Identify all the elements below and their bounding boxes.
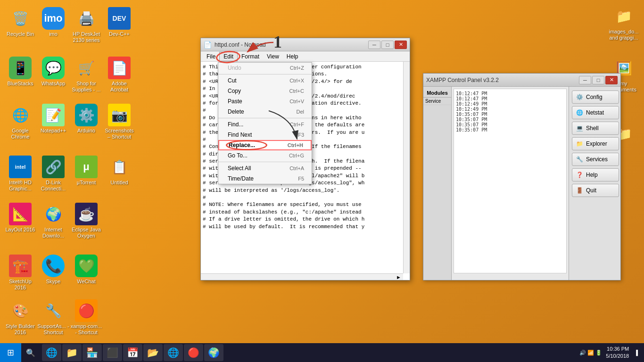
quit-icon: 🚪 [576,187,583,194]
desktop-icon-recycle[interactable]: 🗑️ Recycle Bin [4,7,37,37]
desktop-icon-notepadpp[interactable]: 📝 Notepad++ [37,104,70,134]
xampp-maximize[interactable]: □ [592,76,604,84]
maximize-button[interactable]: □ [381,41,394,49]
desktop-icon-shop[interactable]: 🛒 Shop for Supplies - ... [70,57,103,93]
annotation-arrow-1 [240,40,278,59]
desktop-icon-untitled[interactable]: 📋 Untitled [103,156,136,186]
log-line-7: 10:35:07 PM [456,122,564,127]
minimize-button[interactable]: ─ [368,41,380,49]
clock-date: 5/10/2018 [606,353,629,360]
taskbar-clock: 10:36 PM 5/10/2018 [606,346,629,360]
taskbar-chrome[interactable]: 🌐 [164,344,183,361]
window-controls: ─ □ ✕ [368,41,407,49]
desktop-icon-sketchup[interactable]: 🏗️ SketchUp 2016 [4,255,37,291]
clock-time: 10:36 PM [606,346,629,353]
desktop-icon-chrome[interactable]: 🌐 Google Chrome [4,104,37,140]
desktop-icon-imo[interactable]: imo imo [37,7,70,37]
separator-1 [218,74,312,74]
desktop-icon-utorrent[interactable]: μ µTorrent [70,156,103,186]
log-line-4: 10:12:49 PM [456,107,564,112]
log-line-2: 10:12:47 PM [456,96,564,101]
services-button[interactable]: 🔧 Services [572,153,619,166]
taskbar-tray: 🔊 📶 🔋 10:36 PM 5/10/2018 ▐ [575,346,644,360]
close-button[interactable]: ✕ [395,41,407,49]
desktop-icon-devcpp[interactable]: DEV Dev-C++ [103,7,136,37]
netstat-icon: 🌐 [576,109,583,116]
log-line-5: 10:35:07 PM [456,112,564,117]
services-icon: 🔧 [576,156,583,163]
taskbar-items: 🌐 📁 🏪 ⬛ 📅 📂 🌐 🔴 🌍 [40,344,575,361]
shell-icon: 💻 [576,125,583,132]
desktop-icon-acrobat[interactable]: 📄 Adobe Acrobat [103,57,136,93]
desktop-icon-internet[interactable]: 🌍 Internet Downlo... [37,203,70,239]
taskbar-cmd[interactable]: ⬛ [103,344,122,361]
log-line-6: 10:35:07 PM [456,117,564,122]
taskbar-xampp[interactable]: 🔴 [184,344,203,361]
menu-time-date[interactable]: Time/Date F5 [218,173,312,184]
tray-icons: 🔊 📶 🔋 [579,350,602,356]
menu-select-all[interactable]: Select All Ctrl+A [218,163,312,173]
help-icon: ❓ [576,172,583,178]
taskbar-task5[interactable]: 📅 [123,344,142,361]
taskbar-ie[interactable]: 🌐 [42,344,61,361]
desktop-icon-xampp[interactable]: 🔴 xampp-com... - Shortcut [70,299,103,336]
desktop-icon-supportas[interactable]: 🔧 SupportAs... - Shortcut [37,299,70,336]
notepad-titlebar[interactable]: 📄 httpd.conf - Notepad ─ □ ✕ [201,38,410,51]
desktop-icon-coded[interactable]: 📁 images_do... and grapgi... [607,5,640,41]
desktop-icon-arduino[interactable]: ⚙️ Arduino [70,104,103,134]
menu-help[interactable]: Help [283,52,302,61]
explorer-button[interactable]: 📁 Explorer [572,137,619,150]
notepad-icon: 📄 [204,41,212,49]
show-desktop-button[interactable]: ▐ [633,350,639,355]
xampp-close[interactable]: ✕ [605,76,618,84]
log-line-1: 10:12:47 PM [456,91,564,96]
start-button[interactable]: ⊞ [0,343,21,362]
menu-undo[interactable]: Undo Ctrl+Z [218,63,312,73]
desktop-icon-layout[interactable]: 📐 LayOut 2016 [4,203,37,233]
horizontal-scrollbar[interactable]: ► [201,273,403,280]
menu-paste[interactable]: Paste Ctrl+V [218,96,312,107]
desktop-icon-skype[interactable]: 📞 Skype [37,255,70,285]
netstat-button[interactable]: 🌐 Netstat [572,106,619,119]
desktop-icon-wechat[interactable]: 💚 WeChat [70,255,103,285]
curved-arrow-annotation [255,108,311,146]
taskbar-store[interactable]: 🏪 [83,344,102,361]
menu-cut[interactable]: Cut Ctrl+X [218,75,312,86]
xampp-minimize[interactable]: ─ [579,76,591,84]
menu-goto[interactable]: Go To... Ctrl+G [218,150,312,161]
vertical-scrollbar[interactable] [403,62,410,273]
modules-header: Modules [423,89,451,98]
taskbar-explorer[interactable]: 📁 [62,344,82,361]
coded-label: images_do... and grapgi... [607,29,640,41]
desktop-icon-stylebuilder[interactable]: 🎨 Style Builder 2016 [4,299,37,336]
log-line-3: 10:12:49 PM [456,101,564,107]
taskbar-folder[interactable]: 📂 [143,344,163,361]
quit-button[interactable]: 🚪 Quit [572,184,619,197]
log-line-8: 10:35:07 PM [456,127,564,132]
desktop-icon-screenshots[interactable]: 📷 Screenshots – Shortcut [103,104,136,140]
help-button[interactable]: ❓ Help [572,168,619,181]
shell-button[interactable]: 💻 Shell [572,122,619,135]
desktop-icon-hp[interactable]: 🖨️ HP DeskJet 2130 series [70,7,103,43]
separator-3 [218,162,312,162]
config-button[interactable]: ⚙️ Config [572,90,619,104]
taskbar: ⊞ 🔍 🌐 📁 🏪 ⬛ 📅 📂 🌐 🔴 🌍 🔊 📶 🔋 10:36 PM 5/1… [0,343,644,362]
module-service-label: Service [423,98,451,105]
menu-copy[interactable]: Copy Ctrl+C [218,86,312,96]
desktop-icon-dlink[interactable]: 🔗 D-Link Connecti... [37,156,70,192]
desktop-icon-eclipse[interactable]: ☕ Eclipse Java Oxygen [70,203,103,239]
search-button[interactable]: 🔍 [21,343,40,362]
xampp-window-controls: ─ □ ✕ [579,76,618,84]
desktop-icon-bluestacks[interactable]: 📱 BlueStacks [4,57,37,87]
xampp-window: XAMPP Control Panel v3.2.2 ─ □ ✕ Modules… [423,73,621,280]
taskbar-globe[interactable]: 🌍 [204,344,223,361]
xampp-titlebar[interactable]: XAMPP Control Panel v3.2.2 ─ □ ✕ [423,74,620,87]
xampp-title-text: XAMPP Control Panel v3.2.2 [426,77,499,83]
explorer-icon: 📁 [576,140,583,147]
config-icon: ⚙️ [576,94,583,100]
desktop-icon-whatsapp[interactable]: 💬 WhatsApp [37,57,70,87]
desktop-icon-intel[interactable]: intel Intel® HD Graphic... [4,156,37,192]
